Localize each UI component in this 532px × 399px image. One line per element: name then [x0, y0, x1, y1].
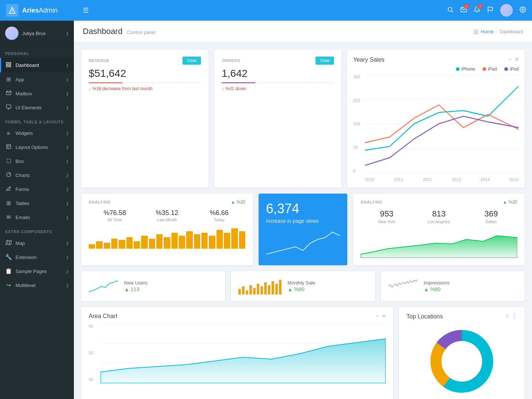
sidebar-user-avatar: [5, 27, 18, 40]
top-locations-dots[interactable]: ⋮: [511, 313, 517, 320]
layout-icon: [5, 144, 12, 150]
sidebar-item-widgets[interactable]: ≡ Widgets ❯: [0, 126, 74, 140]
revenue-divider: [89, 82, 201, 83]
flag-icon[interactable]: [487, 6, 494, 15]
sidebar-user[interactable]: Juliya Brus ❯: [0, 21, 74, 46]
impressions-chart: [388, 277, 418, 295]
x-label-2010: 2010: [365, 177, 374, 182]
top-locations-title: Top Locations: [406, 313, 443, 320]
new-users-line: [89, 277, 118, 294]
page-header: Dashboard Control panel Home › Dashboard: [74, 21, 532, 42]
sidebar-label-charts: Charts: [16, 173, 62, 178]
dashboard-icon: [5, 62, 12, 69]
analysis-alltime-label: All Time: [89, 218, 141, 222]
analysis-today-label: Today: [193, 218, 245, 222]
newyork-city: New York: [361, 219, 413, 224]
sidebar-item-forms[interactable]: Forms ❯: [0, 182, 74, 196]
analysis-stats: %76.58 All Time %35.12 Last Month %6.66 …: [89, 209, 245, 222]
orders-value: 1,642: [222, 68, 334, 79]
y-label-75: 75: [353, 145, 364, 150]
content-area: REVENUE View $51,642 ↓ %18 decrease from…: [74, 42, 532, 399]
ipad-label: iPad: [488, 66, 497, 72]
user-avatar[interactable]: [500, 4, 513, 17]
sidebar-item-ui-elements[interactable]: UI Elements ❯: [0, 100, 74, 115]
email-icon[interactable]: 5: [460, 6, 467, 15]
sidebar-item-sample-pages[interactable]: 📋 Sample Pages ❯: [0, 264, 74, 278]
yearly-sales-controls: − ×: [508, 56, 519, 64]
sidebar-item-layout-options[interactable]: Layout Options ❯: [0, 140, 74, 154]
sidebar-item-dashboard[interactable]: Dashboard ❯: [0, 58, 74, 72]
svg-rect-8: [9, 62, 11, 64]
yearly-sales-minimize[interactable]: −: [508, 56, 512, 64]
yearly-sales-chart-area: 300 225 150 75 0: [353, 75, 519, 182]
area-chart-card: Area Chart − × 60 55 50: [81, 307, 393, 399]
area-chart-title: Area Chart: [89, 313, 117, 320]
y-50: 50: [89, 377, 98, 382]
sidebar-section-personal: PERSONAL: [0, 46, 74, 58]
widgets-icon: ≡: [5, 130, 12, 136]
hamburger-button[interactable]: ☰: [83, 6, 89, 14]
new-users-card: New Users ▲ 113: [81, 271, 225, 301]
y-label-0: 0: [353, 168, 364, 173]
yearly-sales-close[interactable]: ×: [515, 56, 519, 64]
revenue-view-button[interactable]: View: [183, 57, 201, 65]
analysis2-card: ANALYSIS ▲ %20 953 New York 813 Los Ange…: [353, 194, 525, 265]
sidebar-label-box: Box: [16, 158, 62, 164]
iphone-dot: [456, 67, 460, 71]
monthly-sale-info: Monthly Sale ▲ %80: [287, 280, 315, 292]
orders-view-button[interactable]: View: [316, 57, 334, 65]
sidebar-item-mailbox[interactable]: Mailbox ❯: [0, 86, 74, 100]
breadcrumb-home[interactable]: Home: [481, 29, 494, 34]
area-chart-svg: [100, 324, 386, 383]
analysis-alltime-value: %76.58: [89, 209, 141, 217]
settings-icon[interactable]: [519, 6, 526, 15]
analysis2-badge: ▲ %20: [503, 200, 517, 205]
sidebar-label-app: App: [16, 77, 62, 82]
sidebar-item-box[interactable]: ☐ Box ❯: [0, 154, 74, 168]
analysis2-area-chart: [361, 228, 517, 258]
pageviews-card: 6,374 Increase in page views: [259, 194, 347, 265]
sidebar-item-charts[interactable]: Charts ❯: [0, 168, 74, 182]
pageviews-value: 6,374: [266, 201, 340, 216]
x-label-2015: 2015: [509, 177, 518, 182]
app-icon: ⊞: [5, 76, 12, 83]
sidebar-item-map[interactable]: Map ❯: [0, 236, 74, 250]
sidebar-item-tables[interactable]: ⊞ Tables ❯: [0, 196, 74, 210]
orders-change-arrow: ↓: [222, 86, 224, 91]
sidebar-label-sample-pages: Sample Pages: [16, 269, 62, 274]
new-users-info: New Users ▲ 113: [124, 280, 148, 292]
orders-card: ORDERS View 1,642 ↓ %41 down: [214, 50, 341, 188]
impressions-value: ▲ %80: [424, 286, 450, 292]
sidebar-item-emails[interactable]: ✉ Emails ❯: [0, 210, 74, 224]
impressions-label: Impressions: [424, 280, 450, 286]
sidebar-label-widgets: Widgets: [16, 130, 62, 136]
area-chart-close[interactable]: ×: [382, 313, 386, 320]
brand: AriesAdmin: [6, 4, 80, 17]
y-label-150: 150: [353, 122, 364, 126]
svg-marker-19: [6, 240, 11, 245]
y-axis-labels: 300 225 150 75 0: [353, 75, 364, 173]
sidebar-user-name: Juliya Brus: [22, 31, 62, 36]
analysis2-newyork: 953 New York: [361, 209, 413, 224]
top-locations-circle[interactable]: ○: [505, 313, 509, 320]
area-chart-minimize[interactable]: −: [376, 313, 379, 320]
analysis-stat-alltime: %76.58 All Time: [89, 209, 141, 222]
row-4: Area Chart − × 60 55 50: [81, 307, 525, 399]
bell-icon[interactable]: 3: [474, 6, 480, 15]
svg-point-2: [448, 7, 452, 11]
search-icon[interactable]: [447, 6, 454, 15]
revenue-card: REVENUE View $51,642 ↓ %18 decrease from…: [81, 50, 208, 188]
sidebar-item-app[interactable]: ⊞ App ❯: [0, 72, 74, 86]
y-label-225: 225: [353, 98, 364, 103]
revenue-change-text: %18 decrease from last month: [92, 86, 153, 91]
sidebar-item-multilevel[interactable]: ↪ Multilevel ❯: [0, 278, 74, 292]
sidebar-item-extension[interactable]: 🔧 Extension ❯: [0, 250, 74, 264]
sidebar-user-arrow: ❯: [65, 31, 69, 36]
tables-icon: ⊞: [5, 200, 12, 207]
sample-pages-icon: 📋: [5, 268, 12, 274]
la-value: 813: [413, 209, 465, 219]
orders-divider: [222, 82, 334, 83]
new-users-chart: [89, 277, 118, 295]
analysis2-stats: 953 New York 813 Los Angeles 369 Dallas: [361, 209, 517, 224]
svg-rect-10: [9, 65, 11, 67]
